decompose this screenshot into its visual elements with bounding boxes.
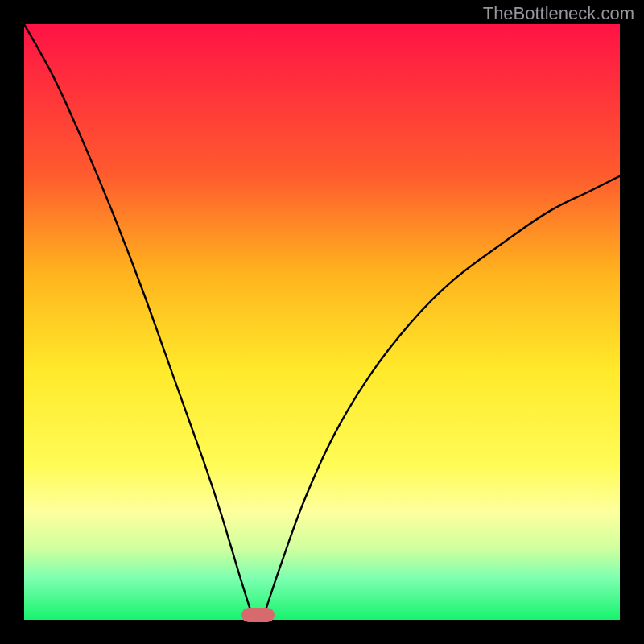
curve-left	[24, 24, 254, 620]
plot-area	[24, 24, 620, 620]
curve-right	[262, 176, 620, 620]
watermark-text: TheBottleneck.com	[483, 3, 634, 24]
bottleneck-curve	[24, 24, 620, 620]
chart-container: TheBottleneck.com	[0, 0, 644, 644]
optimum-marker	[242, 608, 275, 622]
